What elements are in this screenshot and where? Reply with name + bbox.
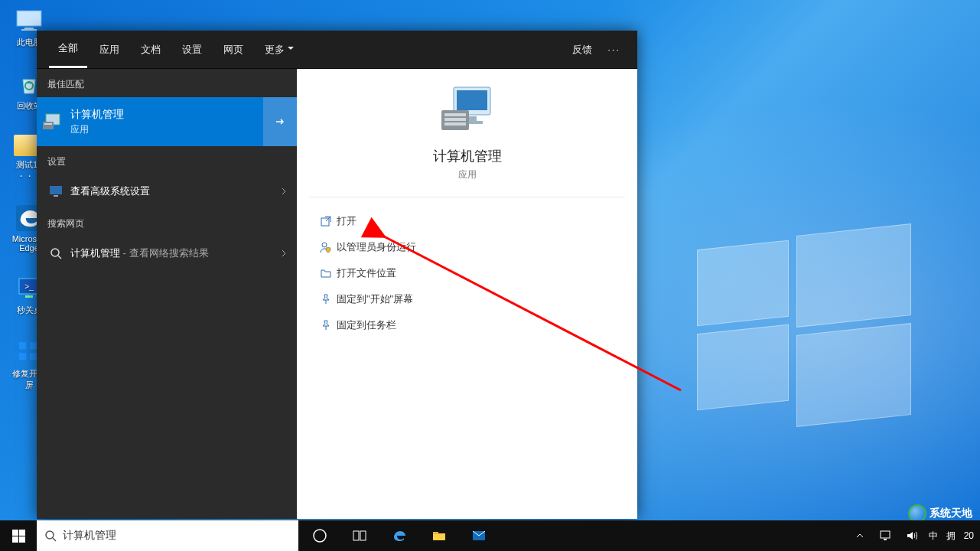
svg-rect-15 (54, 195, 58, 197)
action-label: 固定到"开始"屏幕 (337, 292, 413, 306)
windows-logo-icon (12, 530, 25, 543)
svg-rect-9 (19, 353, 26, 360)
chevron-right-icon (280, 186, 288, 197)
network-icon[interactable] (877, 520, 895, 551)
search-icon (44, 530, 57, 542)
svg-rect-33 (360, 531, 366, 540)
settings-advanced-system-item[interactable]: 查看高级系统设置 (37, 174, 297, 208)
tab-apps[interactable]: 应用 (90, 32, 129, 67)
svg-rect-23 (444, 113, 466, 116)
taskbar: 中 拥 20 (0, 520, 980, 551)
start-search-panel: 全部 应用 文档 设置 网页 更多 反馈 ··· 最佳匹配 计算机管理 应用 (37, 31, 637, 519)
svg-rect-25 (444, 122, 466, 126)
action-label: 以管理员身份运行 (337, 240, 416, 254)
cortana-button[interactable] (303, 520, 337, 551)
more-options-button[interactable]: ··· (603, 44, 625, 55)
svg-rect-6 (25, 295, 33, 298)
watermark-text: 系统天地 (930, 507, 972, 520)
tray-overflow-icon[interactable] (851, 520, 869, 551)
web-item-label: 计算机管理 - 查看网络搜索结果 (70, 246, 280, 260)
svg-point-16 (51, 249, 59, 256)
taskbar-explorer-button[interactable] (422, 520, 456, 551)
svg-rect-12 (43, 122, 54, 129)
svg-rect-19 (457, 90, 487, 110)
svg-line-17 (58, 256, 61, 259)
action-open-location[interactable]: 打开文件位置 (315, 260, 619, 286)
action-pin-taskbar[interactable]: 固定到任务栏 (315, 312, 619, 338)
task-view-button[interactable] (343, 520, 376, 551)
best-match-item[interactable]: 计算机管理 应用 (37, 97, 297, 146)
search-icon (46, 247, 66, 259)
app-large-icon (437, 84, 498, 138)
admin-shield-icon (315, 241, 337, 253)
best-match-expand-button[interactable] (263, 97, 297, 146)
svg-rect-7 (19, 342, 26, 349)
preview-subtitle: 应用 (458, 168, 477, 181)
action-label: 打开文件位置 (337, 266, 396, 280)
svg-rect-1 (24, 28, 34, 29)
open-icon (315, 215, 337, 227)
tab-settings[interactable]: 设置 (173, 32, 211, 67)
pin-icon (315, 293, 337, 305)
folder-icon (315, 267, 337, 279)
preview-title: 计算机管理 (433, 147, 502, 165)
taskbar-edge-button[interactable] (383, 520, 416, 551)
computer-management-icon (37, 112, 70, 131)
svg-rect-2 (21, 29, 37, 31)
ime-language[interactable]: 中 (929, 530, 939, 543)
preview-actions: 打开 以管理员身份运行 打开文件位置 固定到"开始"屏幕 固定到任务栏 (297, 197, 637, 349)
volume-icon[interactable] (903, 520, 921, 551)
ime-layout[interactable]: 拥 (946, 530, 956, 543)
svg-rect-0 (17, 11, 41, 26)
best-match-subtitle: 应用 (70, 123, 263, 136)
tab-docs[interactable]: 文档 (132, 32, 170, 67)
svg-point-27 (322, 243, 327, 247)
action-run-as-admin[interactable]: 以管理员身份运行 (315, 234, 619, 260)
svg-rect-37 (884, 539, 887, 540)
tab-more[interactable]: 更多 (256, 32, 303, 67)
search-preview-pane: 计算机管理 应用 打开 以管理员身份运行 打开文件位置 固定到 (297, 69, 637, 519)
svg-rect-13 (44, 123, 52, 125)
section-settings: 设置 (37, 146, 297, 174)
search-results-list: 最佳匹配 计算机管理 应用 设置 查看高级系统设置 (37, 69, 297, 519)
feedback-link[interactable]: 反馈 (572, 43, 592, 57)
svg-point-29 (46, 531, 54, 539)
svg-rect-34 (433, 532, 438, 534)
search-input[interactable] (63, 520, 291, 551)
svg-line-30 (53, 538, 56, 541)
monitor-icon (46, 185, 66, 197)
windows-logo-wallpaper (682, 214, 926, 429)
tab-all[interactable]: 全部 (49, 31, 87, 68)
action-open[interactable]: 打开 (315, 208, 619, 234)
svg-rect-14 (50, 186, 62, 194)
action-pin-start[interactable]: 固定到"开始"屏幕 (315, 286, 619, 312)
svg-rect-32 (353, 531, 359, 540)
action-label: 打开 (337, 214, 357, 228)
pin-icon (315, 319, 337, 331)
action-label: 固定到任务栏 (337, 318, 396, 332)
search-tabs: 全部 应用 文档 设置 网页 更多 反馈 ··· (37, 31, 637, 69)
tab-web[interactable]: 网页 (214, 32, 252, 67)
taskbar-search-box[interactable] (37, 520, 298, 551)
svg-text:>_: >_ (24, 282, 34, 291)
clock-partial[interactable]: 20 (964, 530, 974, 541)
system-tray: 中 拥 20 (851, 520, 980, 551)
taskbar-mail-button[interactable] (462, 520, 496, 551)
svg-rect-36 (881, 531, 890, 538)
section-web: 搜索网页 (37, 208, 297, 236)
settings-item-label: 查看高级系统设置 (70, 184, 280, 198)
chevron-right-icon (280, 248, 288, 259)
start-button[interactable] (0, 520, 37, 551)
svg-point-31 (314, 530, 326, 542)
best-match-title: 计算机管理 (70, 108, 263, 122)
section-best-match: 最佳匹配 (37, 69, 297, 97)
web-search-item[interactable]: 计算机管理 - 查看网络搜索结果 (37, 236, 297, 270)
svg-rect-24 (444, 118, 466, 121)
